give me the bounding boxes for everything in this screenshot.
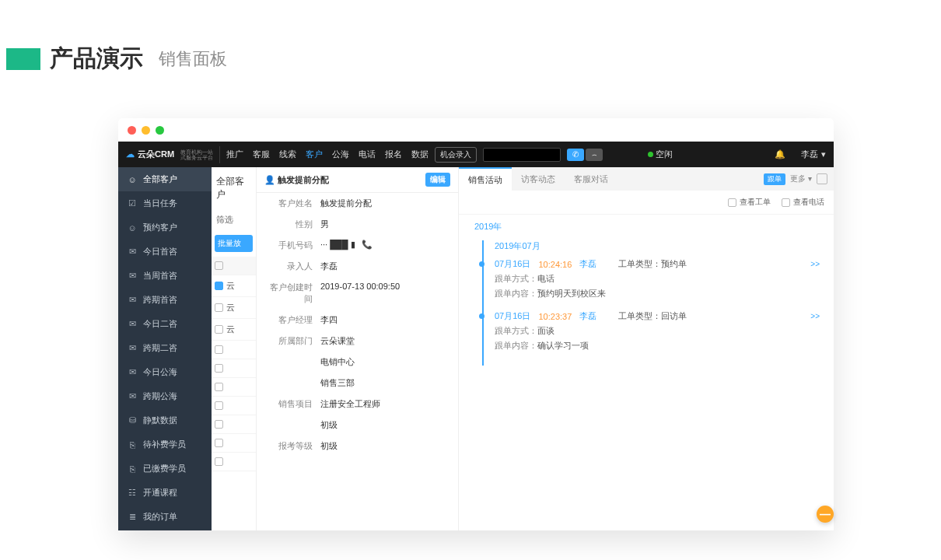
sidebar-item-12[interactable]: ☷开通课程	[118, 481, 212, 505]
sidebar-header-label: 全部客户	[143, 173, 177, 185]
popout-icon[interactable]	[817, 173, 827, 184]
user-menu[interactable]: 李磊 ▾	[801, 149, 826, 160]
detail-value: 注册安全工程师	[320, 398, 380, 410]
close-icon[interactable]	[128, 126, 136, 135]
row-label: 云	[226, 302, 235, 313]
checkbox[interactable]	[215, 261, 223, 270]
list-row[interactable]	[212, 453, 256, 471]
call-button[interactable]: ✆	[567, 149, 584, 161]
timeline-tab-0[interactable]: 销售活动	[459, 167, 512, 191]
detail-label: 销售项目	[264, 398, 320, 410]
detail-label	[264, 419, 320, 431]
checkbox[interactable]	[215, 345, 223, 354]
help-bubble[interactable]: —	[817, 506, 834, 523]
sidebar-item-6[interactable]: ✉跨期二咨	[118, 336, 212, 360]
list-row[interactable]: 云	[212, 319, 256, 341]
timeline-body: 2019年 2019年07月 07月16日10:24:16李磊工单类型：预约单>…	[459, 215, 834, 530]
sidebar-item-label: 当日任务	[143, 198, 177, 209]
sidebar-item-3[interactable]: ✉当周首咨	[118, 264, 212, 288]
checkbox[interactable]	[215, 383, 223, 391]
sidebar-item-9[interactable]: ⛁静默数据	[118, 408, 212, 432]
list-row[interactable]: 云	[212, 275, 256, 297]
detail-label: 所属部门	[264, 335, 320, 347]
sidebar-item-0[interactable]: ☑当日任务	[118, 191, 212, 215]
checkbox[interactable]	[728, 198, 736, 207]
checkbox[interactable]	[215, 457, 223, 466]
checkbox[interactable]	[782, 198, 790, 207]
nav-item-7[interactable]: 数据	[411, 149, 429, 160]
checkbox[interactable]	[215, 364, 223, 373]
detail-row: 客户姓名触发提前分配	[257, 193, 458, 214]
sidebar-item-8[interactable]: ✉跨期公海	[118, 384, 212, 408]
filter-label[interactable]: 筛选	[212, 209, 256, 230]
nav-item-3[interactable]: 客户	[306, 149, 323, 160]
app-window: ☁ 云朵CRM 教育机构一站 式服务云平台 推广客服线索客户公海电话报名数据 机…	[118, 118, 834, 530]
filter-call[interactable]: 查看电话	[782, 197, 824, 208]
entry-expand[interactable]: >>	[810, 312, 820, 320]
edit-button[interactable]: 编辑	[425, 173, 450, 187]
hangup-button[interactable]: ⌢	[586, 149, 603, 161]
nav-item-1[interactable]: 客服	[253, 149, 270, 160]
checkbox[interactable]	[215, 303, 223, 312]
timeline-tab-1[interactable]: 访客动态	[512, 167, 565, 191]
sidebar-item-4[interactable]: ✉跨期首咨	[118, 288, 212, 312]
timeline-panel: 销售活动访客动态客服对话 跟单 更多 ▾ 查看工单 查看电话 2019年 201…	[459, 167, 834, 530]
list-row[interactable]	[212, 378, 256, 397]
followup-button[interactable]: 跟单	[764, 173, 785, 185]
detail-row: 手机号码··· ███ ▮📞	[257, 235, 458, 256]
sidebar-item-label: 跨期公海	[143, 390, 177, 402]
opportunity-button[interactable]: 机会录入	[435, 147, 477, 163]
sidebar-item-11[interactable]: ⎘已缴费学员	[118, 457, 212, 481]
page-title-main: 产品演示	[50, 43, 143, 75]
list-row[interactable]	[212, 397, 256, 415]
minimize-icon[interactable]	[142, 126, 150, 135]
nav-item-4[interactable]: 公海	[332, 149, 349, 160]
checkbox[interactable]	[215, 401, 223, 410]
sidebar-item-1[interactable]: ☺预约客户	[118, 215, 212, 240]
detail-row: 所属部门云朵课堂	[257, 331, 458, 352]
list-row[interactable]	[212, 341, 256, 359]
sidebar-icon: ≣	[128, 512, 137, 522]
phone-icon[interactable]: 📞	[362, 240, 373, 249]
sidebar-item-5[interactable]: ✉今日二咨	[118, 312, 212, 336]
list-row[interactable]	[212, 359, 256, 378]
sidebar-item-7[interactable]: ✉今日公海	[118, 360, 212, 384]
list-row[interactable]	[212, 434, 256, 453]
sidebar-item-label: 今日首咨	[143, 246, 177, 257]
sidebar-item-13[interactable]: ≣我的订单	[118, 505, 212, 529]
batch-button[interactable]: 批量放	[215, 235, 253, 252]
detail-row: 录入人李磊	[257, 256, 458, 277]
list-row[interactable]: 云	[212, 297, 256, 319]
customer-detail-panel: 👤 触发提前分配 编辑 客户姓名触发提前分配性别男手机号码··· ███ ▮📞录…	[257, 167, 459, 530]
maximize-icon[interactable]	[156, 126, 164, 135]
detail-value: 触发提前分配	[320, 198, 372, 209]
accent-block	[6, 48, 40, 70]
nav-item-2[interactable]: 线索	[279, 149, 296, 160]
nav-item-6[interactable]: 报名	[385, 149, 402, 160]
checkbox[interactable]	[215, 282, 223, 290]
filter-ticket[interactable]: 查看工单	[728, 197, 771, 208]
sidebar-item-10[interactable]: ⎘待补费学员	[118, 432, 212, 457]
app-topbar: ☁ 云朵CRM 教育机构一站 式服务云平台 推广客服线索客户公海电话报名数据 机…	[118, 142, 834, 167]
detail-row: 性别男	[257, 214, 458, 235]
list-row[interactable]	[212, 415, 256, 434]
page-title-sub: 销售面板	[159, 47, 227, 71]
checkbox[interactable]	[215, 439, 223, 447]
timeline-tab-2[interactable]: 客服对话	[565, 167, 617, 191]
checkbox[interactable]	[215, 420, 223, 429]
detail-label: 客户姓名	[264, 198, 320, 209]
sidebar-item-label: 我的订单	[143, 511, 177, 523]
bell-icon[interactable]: 🔔	[775, 149, 785, 159]
detail-value: 销售三部	[320, 377, 355, 389]
nav-item-0[interactable]: 推广	[226, 149, 243, 160]
entry-expand[interactable]: >>	[810, 260, 820, 268]
sidebar-header[interactable]: ☺ 全部客户	[118, 167, 212, 191]
sidebar-item-2[interactable]: ✉今日首咨	[118, 240, 212, 264]
more-menu[interactable]: 更多 ▾	[790, 173, 812, 184]
sidebar-item-label: 待补费学员	[143, 439, 186, 450]
checkbox[interactable]	[215, 325, 223, 334]
detail-header: 👤 触发提前分配 编辑	[257, 167, 458, 193]
sidebar-icon: ⎘	[128, 440, 137, 450]
search-input[interactable]	[483, 148, 561, 162]
nav-item-5[interactable]: 电话	[359, 149, 376, 160]
